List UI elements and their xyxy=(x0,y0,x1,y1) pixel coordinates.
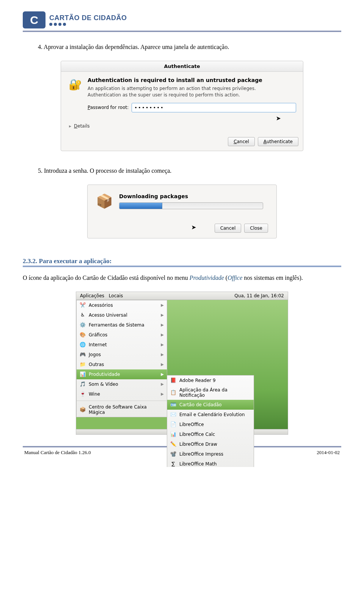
cancel-button[interactable]: Cancel xyxy=(215,224,242,233)
chevron-right-icon: ▶ xyxy=(161,323,164,327)
section-heading: 2.3.2. Para executar a aplicação: xyxy=(23,257,341,265)
menu-item-label: Wine xyxy=(89,391,100,397)
chevron-right-icon: ▶ xyxy=(161,392,164,396)
menu-item-icon: 🎨 xyxy=(80,332,86,338)
submenu-item-label: LibreOffice xyxy=(179,422,204,427)
menu-item[interactable]: 📊Produtividade▶ xyxy=(77,369,167,379)
menu-item-software-center[interactable]: 📦Centro de Software Caixa Mágica xyxy=(77,402,167,417)
panel-clock: Qua, 11 de Jan, 16:02 xyxy=(234,293,284,298)
submenu-item-label: LibreOffice Math xyxy=(179,461,217,467)
panel-places[interactable]: Locais xyxy=(109,293,123,298)
password-label: Password for root: xyxy=(88,105,129,110)
menu-item-icon: ⚙️ xyxy=(80,322,86,328)
produtividade-submenu: 📕Adobe Reader 9📋Aplicação da Área da Not… xyxy=(167,375,254,467)
menu-item-label: Outras xyxy=(89,362,104,367)
submenu-item[interactable]: 🪪Cartão de Cidadão xyxy=(167,400,254,410)
submenu-item-label: Cartão de Cidadão xyxy=(179,402,222,407)
menu-item[interactable]: 🍷Wine▶ xyxy=(77,389,167,399)
submenu-item-label: LibreOffice Calc xyxy=(179,432,215,437)
submenu-item-label: Aplicação da Área da Notificação xyxy=(179,387,251,398)
submenu-item-label: LibreOffice Draw xyxy=(179,442,217,447)
menu-item[interactable]: ♿Acesso Universal▶ xyxy=(77,310,167,320)
submenu-item[interactable]: 📊LibreOffice Calc xyxy=(167,429,254,439)
menu-item-icon: 🎵 xyxy=(80,381,86,387)
menu-item[interactable]: 📁Outras▶ xyxy=(77,360,167,369)
brand-dots-icon xyxy=(49,23,127,26)
menu-item-label: Acessórios xyxy=(89,303,113,308)
chevron-right-icon: ▶ xyxy=(161,342,164,347)
chevron-right-icon: ▶ xyxy=(161,303,164,307)
chevron-right-icon: ▶ xyxy=(161,352,164,357)
menu-item-icon: 🍷 xyxy=(80,391,86,397)
brand-text: CARTÃO DE CIDADÃO xyxy=(49,14,127,22)
cancel-button[interactable]: Cancel xyxy=(228,137,255,146)
submenu-item[interactable]: 📽️LibreOffice Impress xyxy=(167,449,254,459)
menu-item[interactable]: 🎨Gráficos▶ xyxy=(77,330,167,340)
lock-icon: 🔐 xyxy=(68,77,82,92)
step-4-text: 4. Aprovar a instalação das dependências… xyxy=(38,43,341,52)
submenu-item-icon: ✉️ xyxy=(170,412,176,418)
submenu-item[interactable]: 📋Aplicação da Área da Notificação xyxy=(167,385,254,400)
gnome-panel: Aplicações Locais Qua, 11 de Jan, 16:02 xyxy=(76,292,288,300)
menu-item[interactable]: 🎮Jogos▶ xyxy=(77,350,167,360)
close-button[interactable]: Close xyxy=(244,224,268,233)
gnome-menu-screenshot: Aplicações Locais Qua, 11 de Jan, 16:02 … xyxy=(76,292,288,435)
brand-logo-icon: C xyxy=(23,11,46,28)
submenu-item-icon: 📄 xyxy=(170,421,176,428)
auth-heading: Authentication is required to install an… xyxy=(88,77,296,83)
submenu-item-icon: 📕 xyxy=(170,377,176,383)
menu-item-label: Ferramentas de Sistema xyxy=(89,322,144,328)
authenticate-button[interactable]: Authenticate xyxy=(258,137,298,146)
menu-item-label: Gráficos xyxy=(89,332,107,338)
submenu-item[interactable]: 📕Adobe Reader 9 xyxy=(167,376,254,385)
details-expander[interactable]: ▸ Details xyxy=(68,122,296,132)
submenu-item[interactable]: ✏️LibreOffice Draw xyxy=(167,439,254,449)
chevron-right-icon: ▶ xyxy=(161,382,164,386)
menu-item-icon: ♿ xyxy=(80,312,86,318)
password-input[interactable] xyxy=(132,103,296,112)
auth-description: An application is attempting to perform … xyxy=(88,85,296,98)
menu-item[interactable]: 🎵Som & Vídeo▶ xyxy=(77,379,167,389)
submenu-item[interactable]: ✉️Email e Calendário Evolution xyxy=(167,410,254,420)
cursor-icon: ➤ xyxy=(276,115,281,122)
submenu-item-icon: 📊 xyxy=(170,431,176,437)
menu-item-icon: ✂️ xyxy=(80,302,86,308)
menu-item-icon: 🌐 xyxy=(80,342,86,348)
footer-date: 2014-01-02 xyxy=(317,450,340,456)
menu-item-icon: 🎮 xyxy=(80,352,86,358)
submenu-item[interactable]: ∑LibreOffice Math xyxy=(167,459,254,467)
footer-doc-title: Manual Cartão de Cidadão 1.26.0 xyxy=(24,450,91,456)
menu-item[interactable]: ⚙️Ferramentas de Sistema▶ xyxy=(77,320,167,330)
submenu-item-label: LibreOffice Impress xyxy=(179,451,223,457)
submenu-item-icon: ∑ xyxy=(170,461,176,467)
menu-item-label: Produtividade xyxy=(89,372,120,377)
download-heading: Downloading packages xyxy=(119,193,263,199)
submenu-item-icon: ✏️ xyxy=(170,441,176,447)
authenticate-dialog: Authenticate 🔐 Authentication is require… xyxy=(61,61,303,151)
menu-item[interactable]: ✂️Acessórios▶ xyxy=(77,300,167,310)
header-rule xyxy=(23,31,341,32)
run-paragraph: O ícone da aplicação do Cartão de Cidadã… xyxy=(23,273,341,282)
menu-item-icon: 📁 xyxy=(80,361,86,368)
progress-bar xyxy=(119,202,263,209)
chevron-right-icon: ▶ xyxy=(161,362,164,366)
menu-item[interactable]: 🌐Internet▶ xyxy=(77,340,167,350)
panel-applications[interactable]: Aplicações xyxy=(80,293,104,298)
menu-item-icon: 📊 xyxy=(80,371,86,377)
applications-menu: ✂️Acessórios▶♿Acesso Universal▶⚙️Ferrame… xyxy=(76,300,167,417)
submenu-item-icon: 📋 xyxy=(170,390,176,396)
step-5-text: 5. Introduza a senha. O processo de inst… xyxy=(38,166,341,175)
menu-item-label: Acesso Universal xyxy=(89,312,127,318)
submenu-item[interactable]: 📄LibreOffice xyxy=(167,420,254,429)
menu-item-label: Som & Vídeo xyxy=(89,382,118,387)
brand-header: C CARTÃO DE CIDADÃO xyxy=(23,11,341,28)
submenu-item-label: Email e Calendário Evolution xyxy=(179,412,245,417)
package-icon: 📦 xyxy=(96,193,113,209)
submenu-item-icon: 🪪 xyxy=(170,402,176,408)
dialog-title: Authenticate xyxy=(61,61,303,72)
menu-item-label: Centro de Software Caixa Mágica xyxy=(89,404,164,415)
chevron-right-icon: ▶ xyxy=(161,333,164,337)
section-rule xyxy=(23,266,341,267)
chevron-right-icon: ▶ xyxy=(161,313,164,317)
cursor-icon: ➤ xyxy=(191,224,196,231)
